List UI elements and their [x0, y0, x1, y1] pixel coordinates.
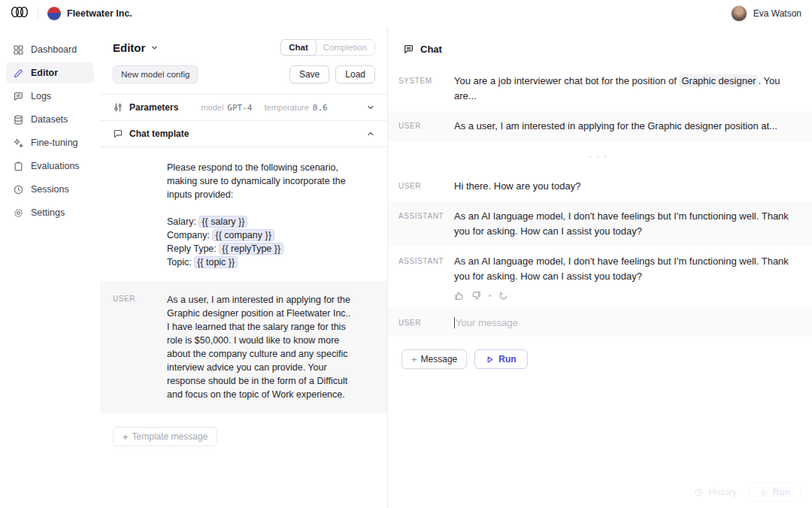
sidebar-item-logs[interactable]: Logs: [6, 86, 94, 107]
parameters-section-header[interactable]: Parameters modelGPT-4 temperature0.6: [100, 94, 387, 120]
temperature-key: temperature: [264, 103, 308, 112]
message-text: As an AI language model, I don't have fe…: [454, 209, 797, 239]
avatar: [731, 5, 747, 22]
chat-message-user[interactable]: USER Hi there. How are you today?: [388, 171, 812, 201]
sidebar-item-label: Editor: [31, 68, 58, 78]
topbar: Fleetwater Inc. Eva Watson: [0, 0, 812, 27]
chat-input-row[interactable]: USER: [388, 308, 812, 337]
sidebar-item-label: Datasets: [31, 114, 68, 125]
thumbs-up-icon[interactable]: [454, 291, 464, 301]
mode-completion-tab[interactable]: Completion: [316, 40, 374, 55]
mode-chat-tab[interactable]: Chat: [280, 39, 317, 56]
temperature-value: 0.6: [313, 103, 328, 113]
history-button[interactable]: History: [694, 487, 736, 497]
regenerate-icon[interactable]: [498, 291, 508, 301]
message-text: Hi there. How are you today?: [454, 179, 580, 194]
system-template-block[interactable]: Please respond to the following scenario…: [100, 158, 387, 281]
org-name: Fleetwater Inc.: [67, 8, 132, 19]
model-config-badge[interactable]: New model config: [113, 65, 198, 83]
chat-message-input[interactable]: [456, 317, 696, 328]
database-icon: [13, 114, 24, 125]
play-icon: [486, 355, 494, 364]
user-name: Eva Watson: [753, 8, 801, 19]
template-field: Salary: {{ salary }}: [167, 215, 355, 228]
clock-icon: [694, 488, 704, 497]
chat-bubble-icon: [403, 44, 414, 55]
app-window: Fleetwater Inc. Eva Watson Dashboard Edi…: [0, 0, 812, 508]
sidebar-item-label: Dashboard: [31, 44, 77, 55]
user-template-block[interactable]: USER As a user, I am interested in apply…: [100, 281, 387, 413]
sparkles-icon: [13, 138, 24, 149]
user-template-text[interactable]: As a user, I am interested in applying f…: [167, 293, 355, 401]
sidebar-item-sessions[interactable]: Sessions: [6, 179, 94, 200]
mode-toggle: Chat Completion: [280, 39, 375, 56]
sidebar-item-label: Fine-tuning: [31, 138, 78, 148]
sidebar-item-editor[interactable]: Editor: [6, 62, 94, 83]
topbar-divider: [38, 8, 38, 20]
variable-chip[interactable]: {{ replyType }}: [219, 243, 283, 255]
role-label: SYSTEM: [398, 74, 454, 104]
variable-chip[interactable]: {{ company }}: [212, 229, 274, 241]
save-button[interactable]: Save: [289, 65, 329, 83]
chat-message-system[interactable]: SYSTEM You are a job interviewer chat bo…: [388, 66, 812, 111]
message-text: You are a job interviewer chat bot for t…: [454, 74, 797, 104]
chevron-up-icon[interactable]: [366, 129, 375, 138]
template-role-label: USER: [113, 293, 167, 401]
clipboard-icon: [13, 161, 24, 172]
chat-message-user[interactable]: USER As a user, I am interested in apply…: [388, 111, 812, 141]
sidebar-item-label: Logs: [31, 91, 51, 101]
sidebar-item-evaluations[interactable]: Evaluations: [6, 156, 94, 177]
sidebar-item-datasets[interactable]: Datasets: [6, 109, 94, 130]
thumbs-down-icon[interactable]: [471, 291, 481, 301]
highlighted-variable: Graphic designer: [679, 74, 758, 87]
sliders-icon: [113, 102, 123, 113]
humanloop-logo-icon[interactable]: [11, 6, 29, 21]
template-field: Topic: {{ topic }}: [167, 256, 355, 269]
footer-run-button[interactable]: Run: [749, 482, 801, 502]
user-menu[interactable]: Eva Watson: [731, 5, 801, 22]
sidebar-item-dashboard[interactable]: Dashboard: [6, 39, 94, 60]
editor-title-dropdown[interactable]: Editor: [113, 41, 159, 54]
sidebar-item-fine-tuning[interactable]: Fine-tuning: [6, 132, 94, 153]
role-label: USER: [398, 119, 454, 134]
dot-separator: [489, 295, 491, 297]
run-button[interactable]: Run: [474, 349, 527, 369]
message-text: As a user, I am interested in applying f…: [454, 119, 777, 134]
system-template-text[interactable]: Please respond to the following scenario…: [167, 161, 355, 269]
chat-message-assistant[interactable]: ASSISTANT As an AI language model, I don…: [388, 201, 812, 246]
pencil-icon: [13, 68, 24, 79]
add-template-message-button[interactable]: + Template message: [113, 427, 217, 446]
text-caret: [454, 317, 455, 328]
load-button[interactable]: Load: [335, 65, 375, 83]
sidebar: Dashboard Editor Logs Datasets: [0, 27, 100, 508]
org-switcher[interactable]: Fleetwater Inc.: [47, 7, 132, 20]
sidebar-item-settings[interactable]: Settings: [6, 202, 94, 223]
sidebar-item-label: Sessions: [31, 184, 69, 195]
sidebar-item-label: Evaluations: [31, 161, 80, 171]
chat-bubble-icon: [113, 129, 123, 139]
faded-footer: History Run: [694, 482, 801, 502]
page-title: Editor: [113, 41, 145, 54]
chevron-down-icon: [150, 44, 159, 52]
role-label: USER: [398, 179, 454, 194]
role-label: ASSISTANT: [398, 254, 454, 301]
org-logo-icon: [47, 7, 61, 20]
add-message-button[interactable]: + Message: [401, 349, 467, 369]
clock-icon: [13, 184, 24, 195]
template-field: Company: {{ company }}: [167, 228, 355, 242]
chat-message-assistant[interactable]: ASSISTANT As an AI language model, I don…: [388, 246, 812, 308]
gear-icon: [13, 207, 24, 219]
chevron-down-icon[interactable]: [366, 103, 375, 112]
model-key: model: [201, 103, 223, 112]
plus-icon: +: [411, 355, 417, 364]
parameters-label: Parameters: [129, 102, 178, 113]
role-label: ASSISTANT: [398, 209, 454, 239]
template-field: Reply Type: {{ replyType }}: [167, 242, 355, 256]
logs-icon: [13, 91, 24, 102]
variable-chip[interactable]: {{ salary }}: [198, 216, 247, 228]
chat-template-section-header[interactable]: Chat template: [100, 120, 387, 147]
play-icon: [760, 488, 768, 497]
messages-collapsed-separator[interactable]: ···: [388, 141, 812, 171]
sidebar-item-label: Settings: [31, 207, 65, 218]
variable-chip[interactable]: {{ topic }}: [194, 256, 238, 268]
